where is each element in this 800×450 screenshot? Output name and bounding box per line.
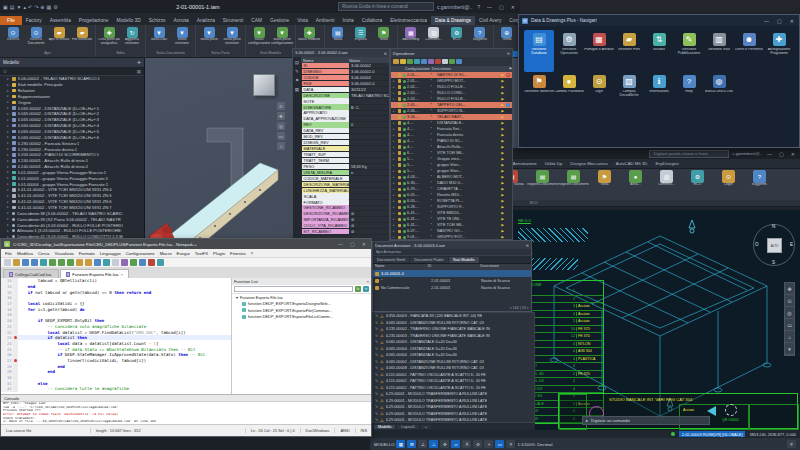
ribbon-tab[interactable]: Collabora (358, 16, 387, 25)
autocad-ribbon-button[interactable]: ▥ Commes... (651, 169, 682, 200)
expand-icon[interactable]: ▸ (393, 181, 396, 185)
code-editor[interactable]: 13 tabcod = QBtellista(cli) 14 end 15 if… (1, 278, 233, 394)
close-button[interactable]: ✕ (509, 4, 517, 10)
launcher-tile[interactable]: ☻ Utenti e Permessi (734, 30, 764, 72)
expand-icon[interactable]: ▸ (7, 141, 10, 145)
status-toggle-icon[interactable]: ⊞ (407, 440, 416, 448)
status-toggle-icon[interactable]: ▦ (396, 440, 405, 448)
window-button[interactable]: ✕ (788, 18, 796, 24)
ribbon-button[interactable]: ▼ Salva parte revisione (221, 26, 243, 51)
toolbar-icon[interactable] (76, 259, 83, 266)
document-assistant-row[interactable]: 3-01-00001-0 (373, 270, 531, 277)
qat-icon[interactable]: ⚙ (53, 4, 57, 10)
menu-item[interactable]: Formato (79, 251, 95, 256)
menu-item[interactable]: TextFX (195, 251, 208, 256)
expand-icon[interactable]: ▸ (393, 139, 396, 143)
name-column-header[interactable]: Nome (301, 58, 349, 63)
menu-item[interactable]: Visualizza (54, 251, 73, 256)
expand-icon[interactable]: ▸ (7, 135, 10, 139)
user-account[interactable]: c.gammberti@.. (437, 4, 472, 10)
expand-icon[interactable]: ▸ (7, 165, 10, 169)
expand-icon[interactable]: ▸ (7, 106, 10, 110)
ribbon-button[interactable]: ▼ Salva configurazione (248, 26, 270, 51)
customize-icon[interactable]: ≡ (787, 440, 796, 448)
function-search-input[interactable] (234, 286, 353, 292)
viewport-tool-icon[interactable]: ⊙ (277, 102, 285, 110)
refresh-icon[interactable]: ↻ (355, 286, 361, 292)
expand-icon[interactable]: ▸ (7, 147, 10, 151)
ribbon-button[interactable]: ▼ Salva revisione (171, 26, 193, 51)
minimize-button[interactable]: — (485, 4, 494, 10)
maximize-button[interactable]: ▢ (777, 151, 786, 157)
toolbar-icon[interactable] (112, 259, 119, 266)
ribbon-button[interactable]: ⊙ Ricerca (2, 26, 24, 51)
window-button[interactable]: ▢ (775, 18, 784, 24)
code-line[interactable]: 18 for i=1,getn(tabcod) do (1, 306, 233, 312)
expand-icon[interactable]: ▸ (7, 124, 10, 128)
toolbar-icon[interactable] (13, 259, 20, 266)
expand-icon[interactable]: ▸ (393, 163, 396, 167)
code-line[interactable]: 27 tinsert(codiciValidi, tabcod[i]) (1, 358, 233, 364)
status-toggle-icon[interactable]: ▱ (451, 440, 460, 448)
expand-icon[interactable]: ▸ (7, 118, 10, 122)
expand-icon[interactable]: ▸ (393, 193, 396, 197)
status-toggle-icon[interactable]: ⚙ (473, 440, 482, 448)
ribbon-tab[interactable]: Gestione (266, 16, 293, 25)
expand-icon[interactable]: ▸ (393, 85, 396, 89)
browser-tree-item[interactable]: ▸ Coincidente:38 (3.06.00002 - TELAIO NA… (0, 210, 144, 216)
ribbon-tab[interactable]: Inizia (338, 16, 357, 25)
autocad-ribbon-tab[interactable]: AutoCAD Mft 3D (612, 159, 652, 168)
maximize-button[interactable]: ▢ (348, 241, 357, 247)
code-line[interactable]: 21 -- Considera solo anagrafiche bilanci… (1, 324, 233, 330)
menu-item[interactable]: Macro (160, 251, 172, 256)
maximize-button[interactable]: ▢ (497, 4, 506, 10)
editor-tab[interactable]: Funzioni Esporta File.lua × (60, 269, 129, 278)
expand-icon[interactable]: ▸ (7, 170, 10, 174)
toolbar-icon[interactable] (40, 259, 47, 266)
expand-icon[interactable]: ▸ (393, 79, 396, 83)
ribbon-tab[interactable]: Factory (22, 16, 46, 25)
expand-icon[interactable]: ▸ (7, 89, 10, 93)
code-line[interactable]: 32 -- Considera tutte le anagrafiche (1, 386, 233, 392)
close-icon[interactable]: ✕ (384, 51, 387, 56)
menu-item[interactable]: Esegui (177, 251, 190, 256)
expand-icon[interactable]: ▸ (393, 103, 396, 107)
code-line[interactable]: 15 if not tabcod or getn(tabcod) == 0 th… (1, 289, 233, 295)
toolbar-icon[interactable] (67, 259, 74, 266)
launcher-tile[interactable]: ✚ Assegnazione Programmi (764, 30, 794, 72)
ribbon-tab[interactable]: Schizzo (145, 16, 170, 25)
ribbon-tab[interactable]: Strumenti (219, 16, 248, 25)
expand-icon[interactable]: ▸ (393, 211, 396, 215)
expand-icon[interactable]: ▸ (393, 133, 396, 137)
autocad-ribbon-button[interactable]: ▤ Registro Documenti (558, 169, 589, 200)
dependencies-tool-icon[interactable] (414, 59, 420, 65)
value-column-header[interactable]: Valore (349, 58, 360, 63)
minimize-button[interactable]: — (336, 241, 345, 247)
ribbon-tab[interactable]: Civil Avery (475, 16, 505, 25)
autocad-search-input[interactable]: Digitare parola chiave o frase (649, 150, 729, 158)
column-header[interactable]: ID (426, 264, 479, 270)
viewport-tool-icon[interactable]: ▭ (277, 132, 285, 140)
dependencies-tool-icon[interactable] (435, 59, 441, 65)
code-line[interactable]: 22 local datalist = DEDP.FindDataList("D… (1, 329, 233, 335)
menu-item[interactable]: Modifica (17, 251, 33, 256)
code-line[interactable]: 14 end (1, 284, 233, 290)
collapse-icon[interactable]: ▾ (236, 295, 238, 300)
launcher-tile[interactable]: ℹ Informazioni (644, 72, 674, 114)
code-line[interactable]: 31 else (1, 380, 233, 386)
ribbon-tab[interactable]: Annota (169, 16, 192, 25)
expand-icon[interactable]: ▸ (393, 169, 396, 173)
launcher-tile[interactable]: ? Help (674, 72, 704, 114)
viewport-tool-icon[interactable]: ⌂ (277, 142, 285, 150)
function-tree-item[interactable]: ƒ function DEDP_EXPORT.EsportaFileListCo… (232, 314, 371, 321)
ribbon-tab[interactable]: Modello 3D (112, 16, 144, 25)
dependencies-tool-icon[interactable] (400, 59, 406, 65)
expand-icon[interactable]: ▸ (393, 235, 396, 239)
expand-icon[interactable]: ▸ (393, 127, 396, 131)
autocad-ribbon-tab[interactable]: Utilità Dp (541, 159, 566, 168)
launcher-tile[interactable]: ● Cambia Password (554, 72, 584, 114)
expand-icon[interactable]: ▸ (393, 157, 396, 161)
autocad-ribbon-button[interactable]: ⚑ Volta (589, 169, 620, 200)
autocad-ribbon-button[interactable]: ⊙ Login (713, 169, 744, 200)
close-icon[interactable]: ✕ (507, 51, 510, 56)
